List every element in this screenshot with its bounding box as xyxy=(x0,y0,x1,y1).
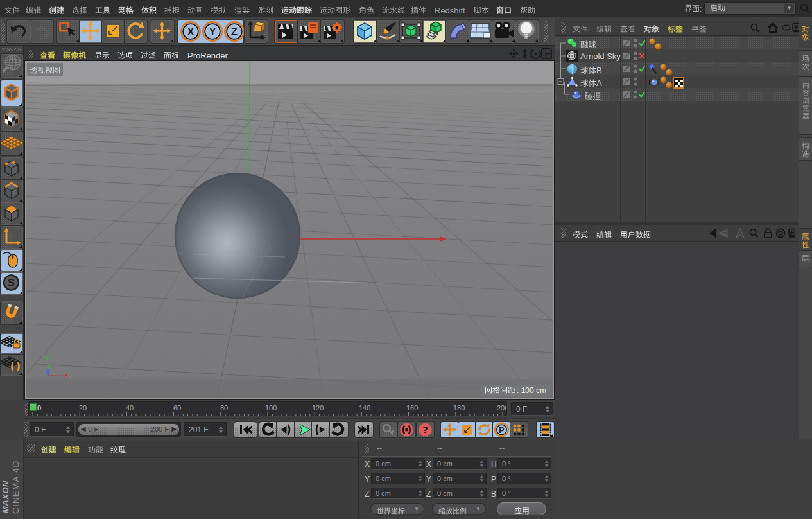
svg-text:X: X xyxy=(64,372,69,379)
svg-text:S: S xyxy=(8,277,15,288)
svg-text:Z: Z xyxy=(231,26,238,37)
svg-text:X: X xyxy=(187,26,194,37)
svg-text:P: P xyxy=(499,426,504,435)
svg-text:Y: Y xyxy=(209,26,216,37)
svg-text:Y: Y xyxy=(46,356,50,363)
svg-text:?: ? xyxy=(422,425,428,435)
svg-text:Z: Z xyxy=(46,369,49,375)
